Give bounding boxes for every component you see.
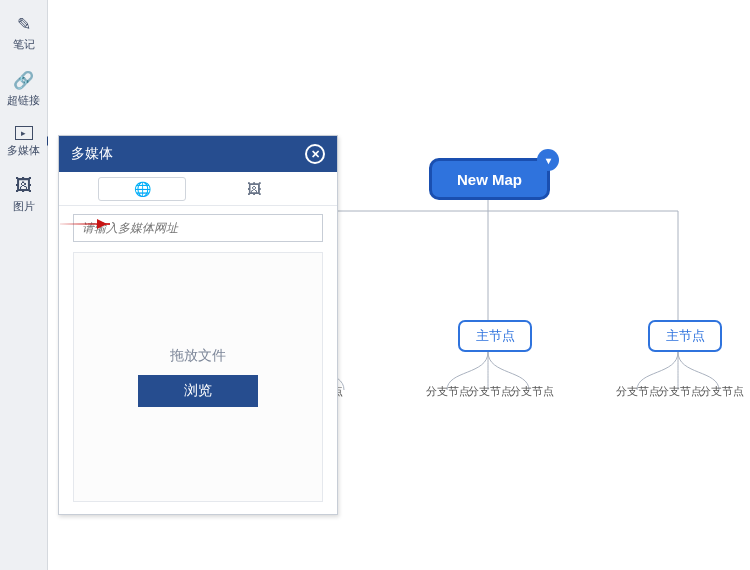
sidebar: ✎ 笔记 🔗 超链接 ▸ 多媒体 🖼 图片 — [0, 0, 48, 570]
sidebar-item-label: 多媒体 — [7, 143, 40, 158]
mindmap-branch-node[interactable]: 分支节点 — [468, 384, 512, 399]
mindmap-branch-node[interactable]: 分支节点 — [616, 384, 660, 399]
close-icon[interactable]: ✕ — [305, 144, 325, 164]
mindmap-branch-node[interactable]: 分支节点 — [700, 384, 744, 399]
drop-zone[interactable]: 拖放文件 浏览 — [73, 252, 323, 502]
panel-header: 多媒体 ✕ — [59, 136, 337, 172]
tab-image[interactable]: 🖼 — [210, 177, 298, 201]
play-icon: ▸ — [15, 126, 33, 140]
browse-button[interactable]: 浏览 — [138, 375, 258, 407]
mindmap-main-node[interactable]: 主节点 — [458, 320, 532, 352]
sidebar-item-note[interactable]: ✎ 笔记 — [0, 14, 48, 52]
mindmap-main-node[interactable]: 主节点 — [648, 320, 722, 352]
pencil-icon: ✎ — [17, 14, 31, 34]
image-icon: 🖼 — [247, 181, 261, 197]
globe-icon: 🌐 — [134, 181, 151, 197]
mindmap-branch-node[interactable]: 分支节点 — [426, 384, 470, 399]
sidebar-item-hyperlink[interactable]: 🔗 超链接 — [0, 70, 48, 108]
sidebar-item-label: 笔记 — [13, 37, 35, 52]
image-icon: 🖼 — [15, 176, 32, 196]
panel-tabs: 🌐 🖼 — [59, 172, 337, 206]
sidebar-item-image[interactable]: 🖼 图片 — [0, 176, 48, 214]
tab-url[interactable]: 🌐 — [98, 177, 186, 201]
annotation-arrow-icon — [55, 220, 110, 228]
link-icon: 🔗 — [13, 70, 34, 90]
drop-zone-text: 拖放文件 — [170, 347, 226, 365]
mindmap-root-node[interactable]: New Map ▾ — [429, 158, 550, 200]
mindmap-branch-node[interactable]: 分支节点 — [510, 384, 554, 399]
sidebar-item-label: 超链接 — [7, 93, 40, 108]
panel-title: 多媒体 — [71, 145, 305, 163]
root-node-label: New Map — [457, 171, 522, 188]
mindmap-branch-node[interactable]: 分支节点 — [658, 384, 702, 399]
panel-body: 拖放文件 浏览 — [59, 206, 337, 516]
sidebar-item-multimedia[interactable]: ▸ 多媒体 — [0, 126, 48, 158]
multimedia-panel: 多媒体 ✕ 🌐 🖼 拖放文件 浏览 — [58, 135, 338, 515]
sidebar-item-label: 图片 — [13, 199, 35, 214]
chevron-down-icon[interactable]: ▾ — [537, 149, 559, 171]
